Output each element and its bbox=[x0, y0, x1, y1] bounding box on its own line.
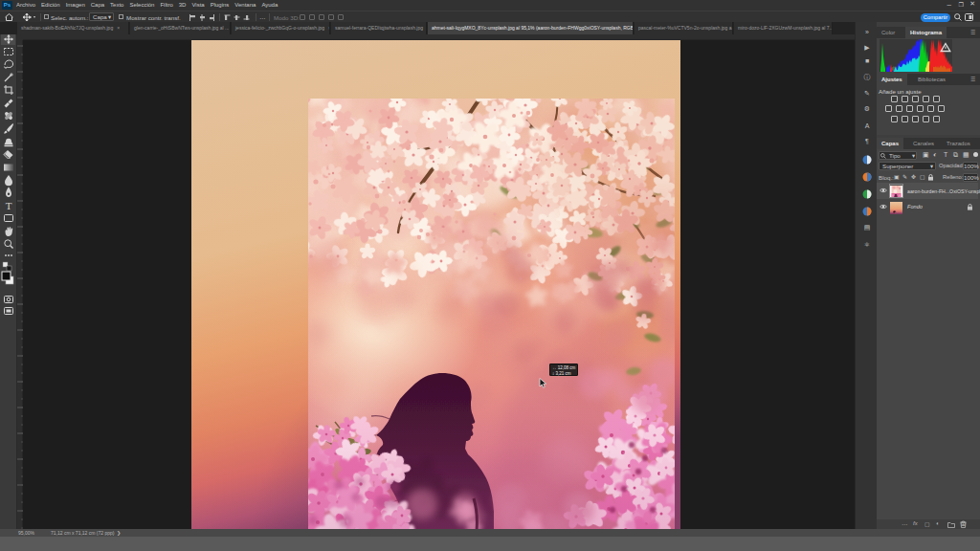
svg-text:T: T bbox=[6, 200, 12, 211]
